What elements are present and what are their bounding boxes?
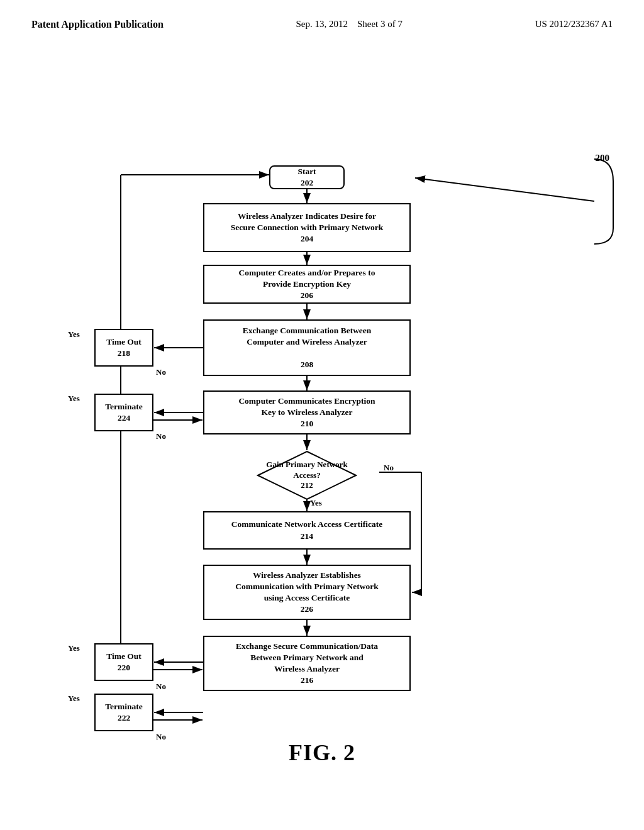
box-204: Wireless Analyzer Indicates Desire forSe… bbox=[203, 203, 411, 252]
no-224-label: No bbox=[156, 431, 166, 441]
terminate-222-label: Terminate222 bbox=[105, 701, 143, 724]
diamond-212-label: Gain Primary NetworkAccess?212 bbox=[266, 460, 347, 492]
no-220-label: No bbox=[156, 682, 166, 692]
flowchart-diagram: 200 bbox=[0, 43, 644, 785]
yes-224-label: Yes bbox=[68, 394, 80, 404]
publication-date: Sep. 13, 2012 bbox=[296, 19, 348, 29]
box-206-label: Computer Creates and/or Prepares toProvi… bbox=[239, 267, 375, 302]
box-208: Exchange Communication BetweenComputer a… bbox=[203, 319, 411, 376]
svg-line-20 bbox=[415, 178, 594, 201]
ref-200-label: 200 bbox=[596, 153, 610, 163]
no-222-label: No bbox=[156, 732, 166, 742]
terminate-222-box: Terminate222 bbox=[94, 694, 153, 731]
box-226-label: Wireless Analyzer EstablishesCommunicati… bbox=[235, 570, 379, 616]
box-214: Communicate Network Access Certificate21… bbox=[203, 511, 411, 550]
timeout-220-label: Time Out220 bbox=[106, 651, 142, 673]
box-204-label: Wireless Analyzer Indicates Desire forSe… bbox=[231, 211, 384, 245]
box-216-label: Exchange Secure Communication/DataBetwee… bbox=[236, 641, 378, 687]
header-center: Sep. 13, 2012 Sheet 3 of 7 bbox=[296, 19, 402, 30]
timeout-218-label: Time Out218 bbox=[106, 336, 142, 359]
timeout-220-box: Time Out220 bbox=[94, 643, 153, 681]
timeout-218-box: Time Out218 bbox=[94, 329, 153, 367]
diamond-212: Gain Primary NetworkAccess?212 bbox=[257, 450, 357, 501]
box-214-label: Communicate Network Access Certificate21… bbox=[231, 519, 382, 541]
yes-218-label: Yes bbox=[68, 329, 80, 340]
patent-number: US 2012/232367 A1 bbox=[535, 19, 613, 30]
yes-212-label: Yes bbox=[310, 498, 322, 508]
yes-220-label: Yes bbox=[68, 643, 80, 653]
no-218-label: No bbox=[156, 367, 166, 377]
box-210: Computer Communicates EncryptionKey to W… bbox=[203, 390, 411, 434]
terminate-224-box: Terminate224 bbox=[94, 394, 153, 431]
box-216: Exchange Secure Communication/DataBetwee… bbox=[203, 636, 411, 691]
sheet-info: Sheet 3 of 7 bbox=[357, 19, 402, 29]
box-206: Computer Creates and/or Prepares toProvi… bbox=[203, 265, 411, 304]
terminate-224-label: Terminate224 bbox=[105, 401, 143, 424]
start-box: Start202 bbox=[269, 165, 345, 189]
box-208-label: Exchange Communication BetweenComputer a… bbox=[243, 325, 372, 371]
page-header: Patent Application Publication Sep. 13, … bbox=[0, 0, 644, 36]
box-210-label: Computer Communicates EncryptionKey to W… bbox=[238, 396, 375, 430]
box-226: Wireless Analyzer EstablishesCommunicati… bbox=[203, 565, 411, 620]
start-label: Start202 bbox=[297, 166, 316, 189]
publication-title: Patent Application Publication bbox=[31, 19, 164, 30]
figure-caption: FIG. 2 bbox=[289, 739, 355, 766]
no-212-label: No bbox=[384, 463, 394, 473]
yes-222-label: Yes bbox=[68, 694, 80, 704]
